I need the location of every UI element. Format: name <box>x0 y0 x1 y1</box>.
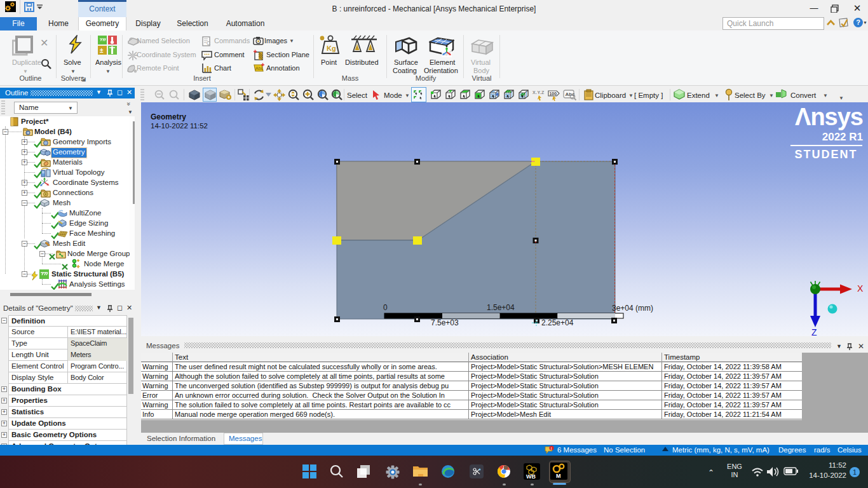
svg-text:100: 100 <box>549 92 557 96</box>
svg-text:!: ! <box>551 447 552 451</box>
svg-text:X: X <box>857 283 864 294</box>
svg-text:WB: WB <box>526 473 536 480</box>
svg-text:0: 0 <box>383 303 388 312</box>
svg-text:Kg: Kg <box>327 44 336 52</box>
svg-text:7.5e+03: 7.5e+03 <box>431 318 459 327</box>
svg-text:Z: Z <box>811 327 817 336</box>
svg-text:M: M <box>556 473 561 479</box>
svg-text:3e+04 (mm): 3e+04 (mm) <box>612 304 653 313</box>
svg-text:±: ± <box>100 47 104 54</box>
svg-text:Abc: Abc <box>255 66 264 71</box>
svg-text:2.25e+04: 2.25e+04 <box>541 318 574 327</box>
svg-text:C: C <box>207 40 211 46</box>
svg-text:1.5e+04: 1.5e+04 <box>487 303 515 312</box>
